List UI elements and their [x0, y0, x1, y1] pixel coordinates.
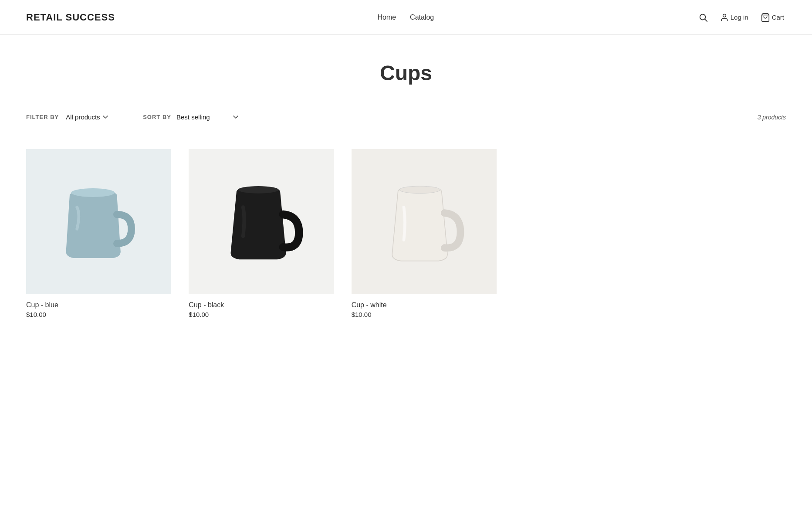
filter-by-select[interactable]: All products Cup - blue Cup - black Cup …	[66, 113, 110, 121]
product-card-white[interactable]: Cup - white $10.00	[352, 149, 497, 318]
header-actions: Log in Cart	[697, 11, 786, 24]
product-price-blue: $10.00	[26, 311, 171, 318]
cart-icon	[761, 13, 770, 22]
page-hero: Cups	[0, 35, 812, 107]
svg-point-5	[238, 186, 279, 194]
svg-point-4	[71, 188, 115, 197]
product-price-black: $10.00	[189, 311, 334, 318]
product-image-white	[352, 149, 497, 294]
sort-by-select[interactable]: Best selling Price, low to high Price, h…	[176, 113, 240, 121]
cup-black-svg	[210, 171, 312, 272]
cart-button[interactable]: Cart	[759, 11, 786, 24]
product-name-blue: Cup - blue	[26, 301, 171, 309]
cup-blue-svg	[48, 171, 149, 272]
login-label: Log in	[731, 14, 748, 21]
product-grid: Cup - blue $10.00 Cup - black $10.00	[0, 127, 523, 353]
sort-group: SORT BY Best selling Price, low to high …	[143, 113, 240, 121]
nav-catalog[interactable]: Catalog	[410, 14, 434, 21]
site-header: RETAIL SUCCESS Home Catalog Log in Cart	[0, 0, 812, 35]
cart-label: Cart	[772, 14, 784, 21]
svg-point-2	[723, 14, 726, 17]
product-image-blue	[26, 149, 171, 294]
product-image-black	[189, 149, 334, 294]
sort-by-label: SORT BY	[143, 114, 171, 120]
search-icon	[698, 13, 708, 22]
product-count: 3 products	[758, 114, 786, 121]
cup-white-svg	[373, 171, 475, 272]
login-button[interactable]: Log in	[718, 11, 750, 24]
svg-point-6	[399, 186, 440, 194]
product-name-black: Cup - black	[189, 301, 334, 309]
filter-bar: FILTER BY All products Cup - blue Cup - …	[0, 107, 812, 127]
product-card-blue[interactable]: Cup - blue $10.00	[26, 149, 171, 318]
brand-logo[interactable]: RETAIL SUCCESS	[26, 12, 115, 23]
product-name-white: Cup - white	[352, 301, 497, 309]
page-title: Cups	[9, 61, 803, 85]
product-price-white: $10.00	[352, 311, 497, 318]
nav-home[interactable]: Home	[377, 14, 396, 21]
filter-by-label: FILTER BY	[26, 114, 59, 120]
main-nav: Home Catalog	[377, 14, 434, 21]
product-card-black[interactable]: Cup - black $10.00	[189, 149, 334, 318]
search-button[interactable]	[697, 11, 710, 24]
svg-line-1	[705, 19, 707, 21]
user-icon	[720, 13, 729, 22]
